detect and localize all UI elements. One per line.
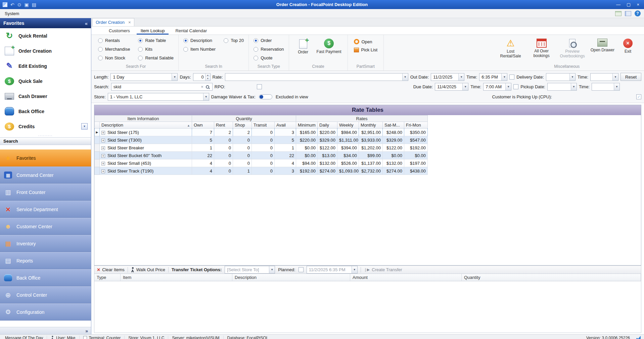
radio-reservation[interactable]: Reservation <box>254 47 284 52</box>
chevron-down-icon[interactable]: ▼ <box>505 83 511 90</box>
chevron-down-icon[interactable]: ▼ <box>612 74 618 81</box>
table-row[interactable]: +Skid Steer (T300)50005$220.00$329.00$1,… <box>95 136 428 144</box>
damage-waiver-toggle[interactable] <box>259 94 272 99</box>
windows-icon[interactable]: ▣ <box>24 2 29 7</box>
planned-checkbox[interactable] <box>298 267 304 272</box>
radio-kits[interactable]: Kits <box>138 47 174 52</box>
column-header-weekly[interactable]: Weekly <box>337 122 359 129</box>
sidebar-item-edit-existing[interactable]: Edit Existing <box>0 58 91 74</box>
days-stepper[interactable]: 0 ▲▼ <box>193 73 211 81</box>
expand-row-icon[interactable]: + <box>101 170 105 173</box>
radio-order[interactable]: Order <box>254 38 284 43</box>
delivery-time-combo[interactable]: ▼ <box>590 73 618 81</box>
column-header-own[interactable]: Own <box>192 122 214 129</box>
chevron-down-icon[interactable]: ▼ <box>402 74 408 81</box>
column-header-minimum[interactable]: Minimum <box>296 122 318 129</box>
table-row[interactable]: +Skid Steer Bucket 60" Tooth2200022$0.00… <box>95 152 428 159</box>
radio-rate-table[interactable]: Rate Table <box>138 38 174 43</box>
users-icon[interactable] <box>625 11 631 16</box>
table-row[interactable]: +Skid Steer Small (453)40004$94.00$132.0… <box>95 159 428 167</box>
sidebar-item-credits[interactable]: Credits▼ <box>0 119 91 134</box>
clear-items-button[interactable]: × Clear Items <box>97 267 125 273</box>
expand-row-icon[interactable]: + <box>101 162 105 165</box>
chevron-down-icon[interactable]: ▼ <box>462 83 468 90</box>
sidebar-item-order-creation[interactable]: Order Creation <box>0 43 91 58</box>
spin-up-icon[interactable]: ▲ <box>205 74 210 77</box>
overflow-chevron-icon[interactable]: » <box>85 328 88 334</box>
clock-icon[interactable]: ⊙ <box>17 2 21 7</box>
column-header-amount[interactable]: Amount <box>350 274 462 281</box>
radio-non-stock[interactable]: Non Stock <box>98 55 130 60</box>
radio-item-number[interactable]: Item Number <box>183 47 216 52</box>
column-header-avail[interactable]: Avail <box>275 122 296 129</box>
close-button[interactable]: × <box>637 2 639 7</box>
collapse-sidebar-button[interactable]: « <box>85 20 88 26</box>
radio-rental-salable[interactable]: Rental Salable <box>138 55 174 60</box>
button-order[interactable]: Order <box>294 38 313 55</box>
reset-button[interactable]: Reset <box>620 73 641 81</box>
column-header-daily[interactable]: Daily <box>318 122 337 129</box>
sidebar-item-cash-drawer[interactable]: Cash Drawer <box>0 89 91 104</box>
button-pick-list[interactable]: Pick List <box>353 46 379 53</box>
rpo-checkbox[interactable] <box>257 84 262 89</box>
undo-icon[interactable]: ↶ <box>10 2 14 7</box>
spin-down-icon[interactable]: ▼ <box>205 77 210 81</box>
chevron-down-icon[interactable]: ▼ <box>571 83 577 90</box>
pickup-date-checkbox[interactable] <box>513 84 518 89</box>
column-header-fri-mon[interactable]: Fri-Mon <box>404 122 428 129</box>
expand-row-icon[interactable]: + <box>101 139 105 142</box>
walk-out-price-button[interactable]: Walk Out Price <box>131 267 165 272</box>
chevron-down-icon[interactable]: ▼ <box>458 74 464 81</box>
chevron-down-icon[interactable]: ▼ <box>172 74 177 81</box>
column-header-shop[interactable]: Shop <box>233 122 252 129</box>
sidebar-item-quick-rental[interactable]: Quick Rental <box>0 28 91 43</box>
column-header-transit[interactable]: Transit <box>252 122 275 129</box>
table-row[interactable]: +Skid Steer Track (T190)40103$192.00$274… <box>95 167 428 175</box>
status-motd[interactable]: Message Of The Day <box>1 336 47 339</box>
expand-row-icon[interactable]: + <box>101 154 105 158</box>
store-to-combo[interactable]: [Select Store To] ▼ <box>225 266 275 274</box>
column-header-type[interactable]: Type <box>94 274 121 281</box>
help-button[interactable]: ? <box>635 10 641 16</box>
column-header-description[interactable]: Description <box>232 274 350 281</box>
tab-item-lookup[interactable]: Item Lookup <box>137 27 169 35</box>
column-header-monthly[interactable]: Monthly <box>359 122 383 129</box>
expand-row-icon[interactable]: + <box>101 131 105 135</box>
radio-quote[interactable]: Quote <box>254 55 284 60</box>
rate-combo[interactable]: ▼ <box>225 73 408 81</box>
tab-customers[interactable]: Customers <box>105 27 134 35</box>
column-header-item[interactable]: Item <box>121 274 232 281</box>
menu-system[interactable]: System <box>2 10 22 17</box>
tab-order-creation[interactable]: Order Creation × <box>92 18 134 26</box>
radio-description[interactable]: Description <box>183 38 216 43</box>
sidebar-item-service-department[interactable]: Service Department <box>0 201 91 218</box>
sidebar-item-back-office[interactable]: Back Office <box>0 269 91 286</box>
chevron-down-icon[interactable]: ▼ <box>352 266 357 273</box>
length-combo[interactable]: 1 Day ▼ <box>110 73 178 81</box>
out-date-combo[interactable]: 11/2/2025 ▼ <box>431 73 464 81</box>
sidebar-item-front-counter[interactable]: Front Counter <box>0 184 91 201</box>
chevron-down-icon[interactable]: ▼ <box>501 74 507 81</box>
maximize-button[interactable]: ▢ <box>627 2 631 7</box>
tab-close-icon[interactable]: × <box>128 20 131 25</box>
tab-rental-calendar[interactable]: Rental Calendar <box>171 27 211 35</box>
create-transfer-button[interactable]: ❘▶ Create Transfer <box>364 267 402 272</box>
radio-top-20[interactable]: Top 20 <box>224 38 244 43</box>
search-icon[interactable] <box>206 85 209 89</box>
button-lost-rental-sale[interactable]: Lost Rental/Sale <box>497 38 525 59</box>
credits-dropdown-button[interactable]: ▼ <box>81 123 88 130</box>
sidebar-item-favorites[interactable]: Favorites <box>0 149 91 166</box>
sidebar-item-control-center[interactable]: Control Center <box>0 286 91 303</box>
bottom-grid-body[interactable] <box>94 281 641 333</box>
out-time-combo[interactable]: 6:35 PM ▼ <box>479 73 507 81</box>
button-exit[interactable]: Exit <box>618 38 637 54</box>
pickup-date-combo[interactable]: ▼ <box>547 83 577 91</box>
button-fast-payment[interactable]: Fast Payment <box>315 38 343 54</box>
button-all-over-bookings[interactable]: All Over bookings <box>527 38 556 58</box>
store-combo[interactable]: 1 - Visum 1, LLC ▼ <box>108 93 209 101</box>
chevron-down-icon[interactable]: ▼ <box>614 83 619 90</box>
delivery-date-checkbox[interactable] <box>509 75 514 80</box>
document-icon[interactable]: ▤ <box>32 2 36 7</box>
sidebar-item-reports[interactable]: Reports <box>0 252 91 269</box>
table-row[interactable]: +Skid Steer Breaker10001$0.00$122.00$394… <box>95 144 428 152</box>
